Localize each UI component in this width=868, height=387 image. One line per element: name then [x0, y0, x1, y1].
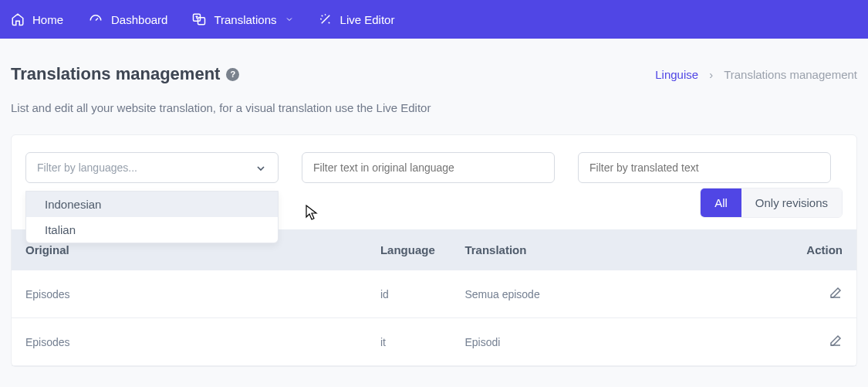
dropdown-item-indonesian[interactable]: Indonesian	[26, 192, 278, 217]
edit-button[interactable]	[829, 334, 843, 350]
nav-translations-label: Translations	[214, 13, 276, 26]
edit-icon	[829, 286, 843, 300]
toggle-all-button[interactable]: All	[701, 188, 741, 217]
chevron-down-icon	[285, 15, 294, 24]
nav-translations[interactable]: Translations	[192, 12, 293, 26]
top-nav: Home Dashboard Translations Live Editor	[0, 0, 868, 39]
breadcrumb-current: Translations management	[724, 68, 857, 81]
edit-icon	[829, 334, 843, 348]
breadcrumb-separator: ›	[709, 68, 713, 81]
toggle-revisions-button[interactable]: Only revisions	[741, 188, 842, 217]
edit-button[interactable]	[829, 286, 843, 302]
nav-home[interactable]: Home	[11, 12, 63, 26]
filter-panel: Filter by languages... Indonesian Italia…	[11, 134, 857, 367]
page-subtitle: List and edit all your website translati…	[0, 84, 868, 114]
language-dropdown: Indonesian Italian	[25, 191, 279, 243]
revision-toggle: All Only revisions	[700, 188, 843, 218]
cell-translation: Semua episode	[451, 270, 772, 318]
language-filter-placeholder: Filter by languages...	[37, 161, 137, 174]
page-title: Translations management	[11, 64, 220, 84]
breadcrumb-link[interactable]: Linguise	[655, 68, 698, 81]
translated-text-filter-input[interactable]	[578, 152, 831, 183]
cell-translation: Episodi	[451, 318, 772, 366]
help-icon[interactable]: ?	[226, 68, 239, 81]
dropdown-item-italian[interactable]: Italian	[26, 217, 278, 243]
nav-live-editor-label: Live Editor	[340, 13, 395, 26]
th-language: Language	[366, 229, 451, 270]
th-action: Action	[772, 229, 857, 270]
cell-language: it	[366, 318, 451, 366]
cell-language: id	[366, 270, 451, 318]
translate-icon	[192, 12, 206, 26]
cursor-icon	[306, 205, 318, 220]
table-row: Episodes it Episodi	[12, 318, 856, 366]
nav-dashboard-label: Dashboard	[111, 13, 167, 26]
translations-table: Original Language Translation Action Epi…	[12, 229, 856, 366]
original-text-filter-input[interactable]	[302, 152, 555, 183]
nav-live-editor[interactable]: Live Editor	[319, 12, 395, 26]
nav-home-label: Home	[32, 13, 63, 26]
chevron-down-icon	[255, 162, 267, 175]
table-row: Episodes id Semua episode	[12, 270, 856, 318]
wand-icon	[319, 12, 333, 26]
home-icon	[11, 12, 25, 26]
cell-original: Episodes	[12, 270, 366, 318]
nav-dashboard[interactable]: Dashboard	[88, 12, 167, 26]
language-filter-select[interactable]: Filter by languages...	[25, 152, 279, 183]
cell-original: Episodes	[12, 318, 366, 366]
breadcrumb: Linguise › Translations management	[655, 68, 857, 81]
gauge-icon	[88, 12, 103, 26]
page-header: Translations management ? Linguise › Tra…	[0, 39, 868, 84]
th-translation: Translation	[451, 229, 772, 270]
